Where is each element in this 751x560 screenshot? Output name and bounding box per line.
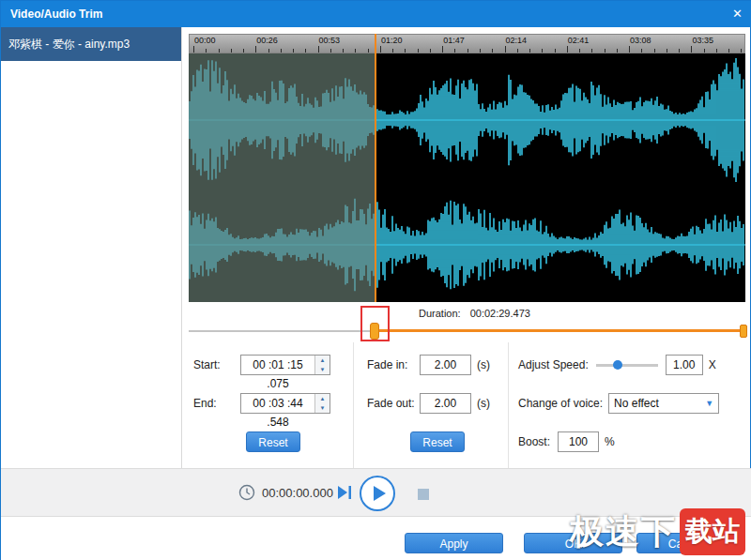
tick-label: 02:41 <box>568 36 590 45</box>
play-selection-icon[interactable] <box>335 483 354 502</box>
trim-range-slider[interactable] <box>189 322 745 341</box>
tick-mark <box>467 49 468 53</box>
trimmed-region-overlay <box>189 53 376 302</box>
spin-down-icon[interactable]: ▼ <box>315 403 330 413</box>
tick-mark <box>641 49 642 53</box>
waveform-display[interactable] <box>189 53 745 302</box>
tick-mark <box>318 46 319 53</box>
duration-value: 00:02:29.473 <box>470 308 530 319</box>
speed-input[interactable]: 1.00 <box>666 355 703 375</box>
tick-label: 03:08 <box>630 36 651 45</box>
duration-label: Duration: <box>419 308 461 319</box>
end-time-stepper[interactable]: ▲ ▼ <box>314 394 330 413</box>
tick-mark <box>380 46 381 53</box>
end-time-value[interactable]: 00 :03 :44 .548 <box>241 394 314 413</box>
start-time-stepper[interactable]: ▲ ▼ <box>314 356 330 374</box>
tick-mark <box>617 49 618 53</box>
tick-mark <box>206 49 207 53</box>
tick-mark <box>454 49 455 53</box>
fade-out-input[interactable]: 2.00 <box>420 393 471 414</box>
tick-mark <box>355 49 356 53</box>
tick-label: 01:20 <box>381 36 403 45</box>
tick-mark <box>442 46 443 53</box>
tick-mark <box>691 46 692 53</box>
tick-mark <box>542 49 543 53</box>
start-position-marker[interactable] <box>375 34 376 302</box>
spin-down-icon[interactable]: ▼ <box>315 365 330 374</box>
boost-unit: % <box>605 435 615 448</box>
tick-label: 00:00 <box>194 36 216 45</box>
tick-label: 00:26 <box>256 36 278 45</box>
tick-mark <box>741 49 742 53</box>
slider-track-selected[interactable] <box>376 329 745 332</box>
spin-up-icon[interactable]: ▲ <box>315 394 330 403</box>
reset-trim-button[interactable]: Reset <box>246 431 300 452</box>
watermark-logo: 载站 <box>680 508 745 555</box>
end-label: End: <box>193 397 240 410</box>
site-watermark: 极速下 载站 <box>570 508 745 555</box>
tick-mark <box>667 49 667 53</box>
tick-mark <box>591 49 592 53</box>
boost-input[interactable]: 100 <box>558 431 599 452</box>
file-list-sidebar: 邓紫棋 - 爱你 - ainy.mp3 <box>1 27 182 468</box>
sidebar-item-file[interactable]: 邓紫棋 - 爱你 - ainy.mp3 <box>1 27 181 61</box>
fade-in-label: Fade in: <box>367 358 420 371</box>
start-time-value[interactable]: 00 :01 :15 .075 <box>241 356 314 374</box>
boost-label: Boost: <box>518 435 550 448</box>
adjust-speed-label: Adjust Speed: <box>518 358 589 371</box>
window-title: Video/Audio Trim <box>10 1 102 27</box>
effects-section: Adjust Speed: 1.00 X Change of voice: No… <box>508 342 751 468</box>
tick-mark <box>255 46 256 53</box>
tick-mark <box>728 49 729 53</box>
end-time-input[interactable]: 00 :03 :44 .548 ▲ ▼ <box>240 393 330 414</box>
apply-button[interactable]: Apply <box>405 533 503 553</box>
tick-mark <box>281 49 282 53</box>
trim-end-handle[interactable] <box>740 325 747 338</box>
play-icon <box>374 486 386 501</box>
trim-dialog: Video/Audio Trim ✕ 邓紫棋 - 爱你 - ainy.mp3 0… <box>0 0 751 560</box>
speed-slider-handle[interactable] <box>613 360 622 370</box>
tick-mark <box>343 49 344 53</box>
controls-panel: Start: 00 :01 :15 .075 ▲ ▼ End: 00 :03 :… <box>182 342 751 468</box>
tick-mark <box>654 49 655 53</box>
tick-label: 03:35 <box>692 36 713 45</box>
tick-mark <box>243 49 244 53</box>
speed-unit: X <box>709 358 716 371</box>
timeline-ruler[interactable]: 00:0000:2600:5301:2001:4702:1402:4103:08… <box>189 34 745 53</box>
play-button[interactable] <box>360 476 395 511</box>
fade-in-input[interactable]: 2.00 <box>420 355 471 375</box>
tick-mark <box>268 49 269 53</box>
fade-out-unit: (s) <box>477 397 490 410</box>
tick-label: 02:14 <box>506 36 528 45</box>
speed-slider[interactable] <box>596 364 658 367</box>
tick-mark <box>231 49 232 53</box>
voice-effect-dropdown[interactable]: No effect ▼ <box>608 393 719 414</box>
tick-mark <box>418 49 419 53</box>
spin-up-icon[interactable]: ▲ <box>315 356 330 365</box>
tick-mark <box>392 49 393 53</box>
tick-mark <box>567 46 568 53</box>
tick-mark <box>716 49 717 53</box>
voice-effect-value: No effect <box>614 397 705 410</box>
tick-label: 01:47 <box>443 36 465 45</box>
tick-mark <box>305 49 306 53</box>
trim-times-section: Start: 00 :01 :15 .075 ▲ ▼ End: 00 :03 :… <box>182 342 353 468</box>
clock-icon <box>238 484 255 501</box>
change-voice-label: Change of voice: <box>518 397 603 410</box>
reset-fade-button[interactable]: Reset <box>410 431 465 452</box>
stop-button[interactable] <box>418 489 429 500</box>
tick-mark <box>605 49 605 53</box>
tick-mark <box>480 49 481 53</box>
slider-track-unselected[interactable] <box>189 330 376 332</box>
tick-mark <box>405 49 406 53</box>
tick-mark <box>679 49 680 53</box>
start-time-input[interactable]: 00 :01 :15 .075 ▲ ▼ <box>240 355 330 375</box>
chevron-down-icon: ▼ <box>705 399 713 408</box>
close-icon[interactable]: ✕ <box>732 1 743 27</box>
fade-in-unit: (s) <box>477 358 490 371</box>
duration-row: Duration:00:02:29.473 <box>189 307 745 322</box>
tick-mark <box>368 49 369 53</box>
tick-mark <box>529 49 530 53</box>
tick-label: 00:53 <box>319 36 341 45</box>
tick-mark <box>704 49 705 53</box>
